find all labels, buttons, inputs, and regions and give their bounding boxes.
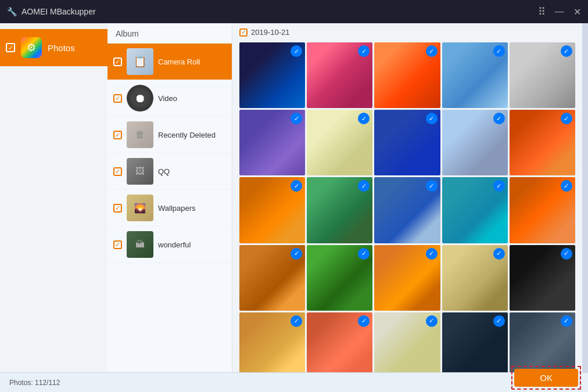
photo-cell[interactable]: ✓	[442, 245, 508, 311]
photo-cell[interactable]: ✓	[239, 245, 305, 311]
photo-check: ✓	[561, 180, 572, 192]
photo-cell[interactable]: ✓	[442, 42, 508, 108]
photo-check: ✓	[291, 180, 302, 192]
photo-check: ✓	[291, 45, 302, 57]
photo-check: ✓	[291, 113, 302, 124]
photo-check: ✓	[291, 315, 302, 327]
photo-cell[interactable]: ✓	[307, 245, 372, 311]
photo-check: ✓	[358, 248, 370, 260]
video-label: Video	[158, 94, 177, 103]
photo-cell[interactable]: ✓	[374, 42, 440, 108]
qq-label: QQ	[158, 167, 170, 176]
album-item-wallpapers[interactable]: ✓ 🌄 Wallpapers	[107, 190, 232, 226]
photo-check: ✓	[493, 180, 505, 192]
ok-button[interactable]: OK	[514, 369, 578, 387]
photo-cell[interactable]: ✓	[239, 177, 305, 243]
camera-roll-thumb: 📋	[127, 48, 153, 75]
photos-checkbox[interactable]: ✓	[6, 43, 15, 52]
photo-cell[interactable]: ✓	[239, 42, 305, 108]
photo-check: ✓	[358, 113, 370, 124]
wonderful-thumb: 🏔	[127, 231, 153, 258]
wallpapers-checkbox[interactable]: ✓	[113, 204, 122, 213]
photo-cell[interactable]: ✓	[374, 110, 440, 175]
photo-check: ✓	[561, 113, 572, 124]
album-panel: Album ✓ 📋 Camera Roll ✓ ⏺ Video ✓	[107, 23, 232, 372]
photo-check: ✓	[561, 315, 572, 327]
photo-check: ✓	[426, 113, 438, 124]
date-label-row: ✓ 2019-10-21	[239, 28, 575, 37]
photo-cell[interactable]: ✓	[510, 110, 575, 175]
app-icon: 🔧	[7, 7, 17, 16]
qq-thumb: 🖼	[127, 158, 153, 185]
scrollbar-right[interactable]	[582, 23, 588, 372]
wonderful-label: wonderful	[158, 240, 191, 249]
photo-cell[interactable]: ✓	[442, 177, 508, 243]
video-checkbox[interactable]: ✓	[113, 94, 122, 103]
album-item-camera-roll[interactable]: ✓ 📋 Camera Roll	[107, 44, 232, 80]
photo-check: ✓	[561, 248, 572, 260]
photo-check: ✓	[426, 248, 438, 260]
photo-check: ✓	[493, 248, 505, 260]
main-area: ✓ ⚙ Photos Album ✓ 📋 Camera Roll ✓	[0, 23, 588, 372]
photo-cell[interactable]: ✓	[307, 110, 372, 175]
photo-check: ✓	[493, 113, 505, 124]
album-item-qq[interactable]: ✓ 🖼 QQ	[107, 153, 232, 190]
photo-check: ✓	[493, 315, 505, 327]
photo-check: ✓	[426, 315, 438, 327]
photo-cell[interactable]: ✓	[442, 312, 508, 372]
photo-check: ✓	[561, 45, 572, 57]
photo-cell[interactable]: ✓	[374, 312, 440, 372]
wallpapers-label: Wallpapers	[158, 204, 196, 213]
photo-cell[interactable]: ✓	[307, 42, 372, 108]
date-checkbox[interactable]: ✓	[239, 28, 248, 37]
photo-cell[interactable]: ✓	[510, 312, 575, 372]
recently-deleted-label: Recently Deleted	[158, 131, 216, 139]
photo-panel[interactable]: ✓ 2019-10-21 ✓ ✓ ✓ ✓ ✓ ✓	[232, 23, 582, 372]
menu-icon[interactable]: ⠿	[538, 5, 546, 18]
qq-checkbox[interactable]: ✓	[113, 167, 122, 176]
photo-cell[interactable]: ✓	[239, 312, 305, 372]
photo-cell[interactable]: ✓	[374, 177, 440, 243]
date-text: 2019-10-21	[251, 28, 290, 37]
photos-icon: ⚙	[21, 37, 42, 58]
photo-check: ✓	[358, 315, 370, 327]
album-item-video[interactable]: ✓ ⏺ Video	[107, 80, 232, 117]
photo-check: ✓	[426, 45, 438, 57]
wallpapers-thumb: 🌄	[127, 195, 153, 221]
photo-check: ✓	[493, 45, 505, 57]
photos-header[interactable]: ✓ ⚙ Photos	[0, 29, 107, 66]
photo-cell[interactable]: ✓	[510, 177, 575, 243]
photo-cell[interactable]: ✓	[307, 177, 372, 243]
wonderful-checkbox[interactable]: ✓	[113, 240, 122, 249]
video-thumb: ⏺	[127, 85, 153, 112]
title-bar: 🔧 AOMEI MBackupper ⠿ — ✕	[0, 0, 588, 23]
album-item-wonderful[interactable]: ✓ 🏔 wonderful	[107, 226, 232, 263]
recently-deleted-checkbox[interactable]: ✓	[113, 131, 122, 139]
photo-cell[interactable]: ✓	[307, 312, 372, 372]
album-item-recently-deleted[interactable]: ✓ 🗑 Recently Deleted	[107, 117, 232, 153]
photo-cell[interactable]: ✓	[374, 245, 440, 311]
date-section: ✓ 2019-10-21	[232, 23, 582, 42]
photo-check: ✓	[291, 248, 302, 260]
photo-cell[interactable]: ✓	[510, 42, 575, 108]
camera-roll-checkbox[interactable]: ✓	[113, 57, 122, 66]
photo-check: ✓	[358, 45, 370, 57]
photo-check: ✓	[426, 180, 438, 192]
app-title: AOMEI MBackupper	[21, 7, 96, 16]
photo-cell[interactable]: ✓	[510, 245, 575, 311]
window-controls[interactable]: ⠿ — ✕	[538, 5, 581, 18]
photos-label: Photos	[48, 43, 75, 53]
album-panel-header: Album	[107, 23, 232, 44]
recently-deleted-thumb: 🗑	[127, 121, 153, 148]
close-button[interactable]: ✕	[573, 6, 581, 17]
sidebar-left: ✓ ⚙ Photos	[0, 23, 107, 372]
status-bar: Photos: 112/112 OK	[0, 372, 588, 392]
camera-roll-label: Camera Roll	[158, 57, 200, 66]
ok-button-area: OK	[511, 366, 581, 390]
photos-count: Photos: 112/112	[9, 379, 60, 387]
minimize-button[interactable]: —	[555, 6, 564, 17]
photo-grid: ✓ ✓ ✓ ✓ ✓ ✓ ✓ ✓ ✓	[232, 42, 582, 372]
photo-cell[interactable]: ✓	[442, 110, 508, 175]
photo-check: ✓	[358, 180, 370, 192]
photo-cell[interactable]: ✓	[239, 110, 305, 175]
